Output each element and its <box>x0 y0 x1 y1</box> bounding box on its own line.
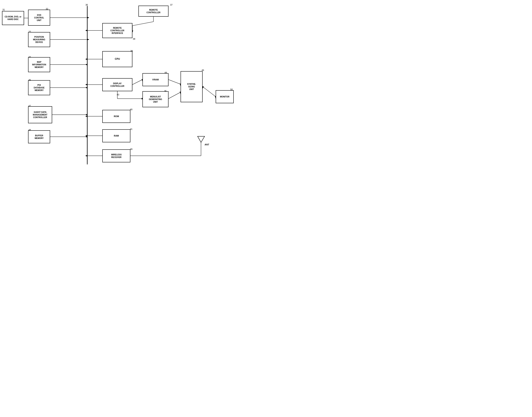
svg-marker-25 <box>85 87 87 88</box>
monitor-box: MONITOR <box>216 90 234 103</box>
label-47: 47 <box>29 105 31 107</box>
label-35: 35 <box>29 79 31 81</box>
label-43: 43 <box>117 94 119 96</box>
label-41: 41 <box>130 128 132 130</box>
svg-line-35 <box>202 87 216 97</box>
label-44: 44 <box>164 71 167 74</box>
diagram: CD-ROM, DVD, or HARD DISC DVDCONTROLUNIT… <box>0 0 266 208</box>
label-39: 39 <box>130 50 133 52</box>
cd-rom-box: CD-ROM, DVD, or HARD DISC <box>2 11 24 25</box>
label-34: 34 <box>29 56 31 58</box>
label-36: 36 <box>85 4 88 6</box>
position-measuring-box: POSITIONMEASURINGDEVICE <box>28 32 50 47</box>
svg-marker-16 <box>85 58 87 60</box>
menu-list-box: MENU/LISTGENERATINGUNIT <box>142 91 169 107</box>
label-46: 46 <box>202 69 204 71</box>
remote-ctrl-iface-box: REMOTECONTROLLERINTERFACE <box>102 23 132 38</box>
guest-data-box: GUEST DATAMANAGEMENTCONTROLLER <box>28 106 52 123</box>
label-40: 40 <box>130 108 132 111</box>
wireless-receiver-box: WIRELESSRECEIVER <box>102 149 130 162</box>
svg-marker-43 <box>85 115 87 117</box>
cpu-box: CPU <box>102 51 132 67</box>
synthesizing-box: SYNTHE-SIZINGUNIT <box>181 71 202 102</box>
label-37: 37 <box>170 4 172 6</box>
svg-line-31 <box>169 80 181 84</box>
label-ant: ANT <box>205 143 209 146</box>
label-32: 32 <box>46 8 48 10</box>
remote-controller-box: REMOTECONTROLLER <box>138 6 169 17</box>
svg-marker-52 <box>85 155 87 156</box>
svg-marker-10 <box>85 30 87 31</box>
rom-box: ROM <box>102 110 130 123</box>
label-33: 33 <box>29 31 31 33</box>
svg-marker-46 <box>85 136 87 137</box>
label-38: 38 <box>133 38 135 40</box>
vram-box: VRAM <box>142 73 169 86</box>
display-controller-box: DISPLAYCONTROLLER <box>102 78 132 91</box>
svg-marker-6 <box>87 17 89 19</box>
svg-line-26 <box>132 80 142 85</box>
map-info-box: MAPINFORMATIONMEMORY <box>28 57 50 72</box>
dvd-control-box: DVDCONTROLUNIT <box>28 10 50 26</box>
svg-marker-19 <box>85 64 87 65</box>
label-31: 31 <box>2 8 5 11</box>
ram-box: RAM <box>102 129 130 142</box>
svg-line-33 <box>169 92 181 99</box>
svg-marker-13 <box>87 39 89 40</box>
buffer-memory-box: BUFFERMEMORY <box>28 130 50 143</box>
svg-marker-22 <box>85 84 87 85</box>
connections-svg <box>0 0 266 208</box>
svg-marker-40 <box>85 114 87 115</box>
label-45: 45 <box>164 90 167 92</box>
svg-marker-49 <box>85 135 87 136</box>
svg-marker-53 <box>198 136 205 142</box>
poi-database-box: POIDATABASEMEMORY <box>28 80 50 95</box>
label-48: 48 <box>29 129 31 131</box>
label-49: 49 <box>130 148 132 150</box>
label-50: 50 <box>230 88 233 91</box>
